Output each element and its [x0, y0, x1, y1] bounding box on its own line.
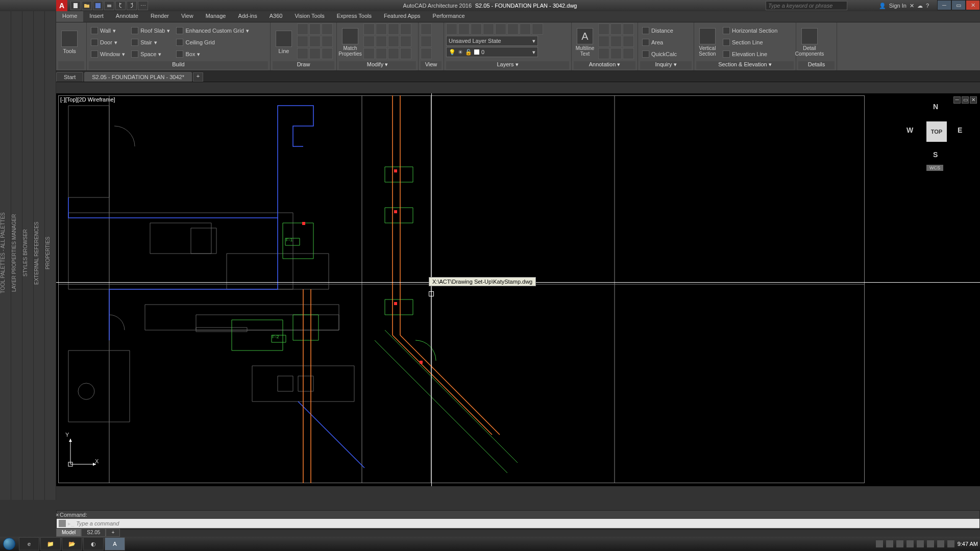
offset-icon[interactable]: [388, 48, 399, 59]
vp-close-icon[interactable]: ✕: [970, 96, 977, 104]
arc-icon[interactable]: [322, 23, 333, 35]
cmdline-close-icon[interactable]: ×: [56, 512, 62, 518]
vp-maximize-icon[interactable]: ▭: [962, 96, 969, 104]
sign-in-link[interactable]: Sign In: [889, 3, 906, 9]
view-icon2[interactable]: [421, 36, 432, 47]
layer-icon7[interactable]: [520, 23, 531, 35]
elevline-button[interactable]: Elevation Line: [721, 48, 779, 60]
quickcalc-button[interactable]: QuickCalc: [640, 48, 679, 60]
cmdline-handle-icon[interactable]: [59, 520, 66, 527]
help-icon[interactable]: ?: [926, 3, 929, 9]
viewcube-top[interactable]: TOP: [926, 121, 947, 142]
point-icon[interactable]: [309, 48, 321, 59]
layer-state-dropdown[interactable]: Unsaved Layer State▾: [446, 36, 538, 46]
dim-icon1[interactable]: [598, 23, 609, 35]
circle-icon[interactable]: [309, 23, 321, 35]
tray-autodesk-icon[interactable]: [876, 540, 883, 547]
layout-tab-sheet[interactable]: S2.05: [81, 529, 106, 537]
rectangle-icon[interactable]: [297, 36, 308, 47]
area-button[interactable]: Area: [640, 37, 679, 48]
tab-expresstools[interactable]: Express Tools: [331, 11, 378, 22]
tab-manage[interactable]: Manage: [200, 11, 232, 22]
scale-icon[interactable]: [376, 36, 387, 47]
infocenter-search-input[interactable]: [766, 1, 847, 10]
qat-open-icon[interactable]: [82, 1, 92, 10]
array-icon[interactable]: [376, 48, 387, 59]
palette-tool[interactable]: TOOL PALETTES - ALL PALETTES: [0, 6, 11, 500]
view-icon1[interactable]: [421, 23, 432, 35]
door-button[interactable]: Door ▾: [89, 37, 127, 48]
tray-app2-icon[interactable]: [896, 540, 903, 547]
window-button[interactable]: Window ▾: [89, 48, 127, 60]
sectionline-button[interactable]: Section Line: [721, 37, 779, 48]
task-chrome-icon[interactable]: ◐: [83, 537, 104, 550]
stretch-icon[interactable]: [388, 23, 399, 35]
fillet-icon[interactable]: [363, 48, 375, 59]
line-button[interactable]: Line: [273, 23, 295, 61]
palette-styles[interactable]: STYLES BROWSER: [22, 6, 33, 500]
tab-render[interactable]: Render: [144, 11, 175, 22]
qat-save-icon[interactable]: [93, 1, 103, 10]
new-tab-button[interactable]: +: [193, 72, 203, 82]
autodesk-account-icon[interactable]: 👤: [879, 3, 886, 9]
ceilinggrid-button[interactable]: Ceiling Grid: [174, 37, 251, 48]
qat-undo-icon[interactable]: [115, 1, 126, 10]
panel-modify[interactable]: Modify ▾: [339, 61, 416, 69]
qat-more-icon[interactable]: ⋯: [138, 1, 148, 10]
task-explorer-icon[interactable]: 📁: [40, 537, 61, 550]
distance-button[interactable]: Distance: [640, 25, 679, 36]
tray-app3-icon[interactable]: [906, 540, 914, 547]
stair-button[interactable]: Stair ▾: [129, 37, 172, 48]
layer-icon8[interactable]: [532, 23, 543, 35]
tray-app4-icon[interactable]: [917, 540, 924, 547]
vsection-button[interactable]: Vertical Section: [696, 23, 719, 61]
panel-annotation[interactable]: Annotation ▾: [574, 61, 635, 69]
tab-home[interactable]: Home: [56, 11, 83, 22]
polyline-icon[interactable]: [297, 23, 308, 35]
layer-icon3[interactable]: [471, 23, 482, 35]
customgrid-button[interactable]: Enhanced Custom Grid ▾: [174, 25, 251, 36]
start-button[interactable]: [0, 537, 18, 551]
space-button[interactable]: Space ▾: [129, 48, 172, 60]
tab-featuredapps[interactable]: Featured Apps: [378, 11, 427, 22]
tray-action-icon[interactable]: [947, 540, 954, 547]
window-minimize-button[interactable]: ─: [937, 0, 951, 10]
qat-new-icon[interactable]: [70, 1, 81, 10]
dim-icon3[interactable]: [623, 23, 634, 35]
erase-icon[interactable]: [400, 48, 411, 59]
tab-visiontools[interactable]: Vision Tools: [288, 11, 330, 22]
drawing-area[interactable]: [-][Top][2D Wireframe] ─ ▭ ✕: [56, 93, 980, 486]
tab-addins[interactable]: Add-ins: [232, 11, 263, 22]
region-icon[interactable]: [322, 48, 333, 59]
layout-tab-add[interactable]: +: [106, 529, 120, 537]
dim-icon7[interactable]: [598, 48, 609, 59]
viewcube[interactable]: N S E W TOP WCS: [909, 104, 965, 175]
palette-layers[interactable]: LAYER PROPERTIES MANAGER: [11, 6, 22, 500]
stay-connected-icon[interactable]: ☁: [917, 3, 923, 9]
vp-minimize-icon[interactable]: ─: [953, 96, 961, 104]
mirror-icon[interactable]: [363, 36, 375, 47]
palette-xref[interactable]: EXTERNAL REFERENCES: [34, 6, 44, 500]
command-input[interactable]: [74, 520, 979, 527]
panel-layers[interactable]: Layers ▾: [446, 61, 569, 69]
tray-app1-icon[interactable]: [886, 540, 893, 547]
tab-insert[interactable]: Insert: [83, 11, 110, 22]
dim-icon5[interactable]: [610, 36, 622, 47]
layer-icon5[interactable]: [495, 23, 506, 35]
dim-icon4[interactable]: [598, 36, 609, 47]
tab-annotate[interactable]: Annotate: [110, 11, 144, 22]
dim-icon9[interactable]: [623, 48, 634, 59]
doc-tab-start[interactable]: Start: [56, 72, 83, 82]
move-icon[interactable]: [363, 23, 375, 35]
window-maximize-button[interactable]: ▭: [951, 0, 966, 10]
layer-icon2[interactable]: [458, 23, 470, 35]
layer-icon1[interactable]: [446, 23, 457, 35]
task-ie-icon[interactable]: e: [19, 537, 39, 550]
trim-icon[interactable]: [388, 36, 399, 47]
detailcomp-button[interactable]: Detail Components: [798, 23, 821, 61]
layer-dropdown[interactable]: 💡☀🔓 0▾: [446, 47, 538, 57]
panel-section[interactable]: Section & Elevation ▾: [696, 61, 794, 69]
view-icon3[interactable]: [421, 48, 432, 59]
wcs-label[interactable]: WCS: [926, 165, 943, 171]
dim-icon6[interactable]: [623, 36, 634, 47]
